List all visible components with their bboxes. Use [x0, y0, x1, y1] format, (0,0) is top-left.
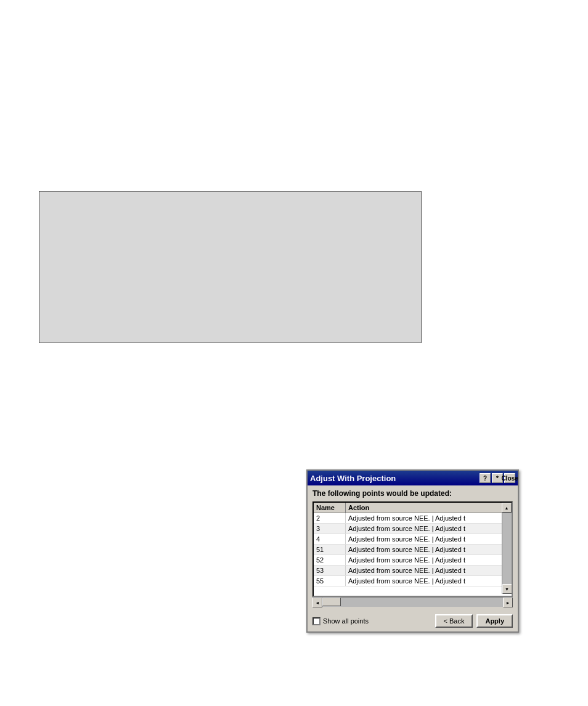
- dialog-subtitle: The following points would be updated:: [312, 489, 513, 498]
- table-header: Name Action ▲: [314, 503, 512, 513]
- dialog-body: The following points would be updated: N…: [308, 485, 518, 611]
- show-all-points-checkbox[interactable]: [312, 617, 321, 625]
- table-row[interactable]: 53Adjusted from source NEE. | Adjusted t: [314, 566, 502, 576]
- table-body: 2Adjusted from source NEE. | Adjusted t3…: [314, 513, 512, 594]
- close-button[interactable]: Close: [504, 473, 515, 483]
- hscroll-left-button[interactable]: ◄: [312, 598, 322, 607]
- back-button[interactable]: < Back: [435, 614, 473, 628]
- table-row[interactable]: 55Adjusted from source NEE. | Adjusted t: [314, 576, 502, 586]
- cell-action: Adjusted from source NEE. | Adjusted t: [346, 534, 502, 544]
- scroll-down-button[interactable]: ▼: [502, 584, 512, 594]
- table-row[interactable]: 4Adjusted from source NEE. | Adjusted t: [314, 534, 502, 545]
- cell-name: 3: [314, 524, 346, 534]
- help-button[interactable]: ?: [480, 473, 491, 483]
- cell-name: 2: [314, 513, 346, 523]
- cell-name: 4: [314, 534, 346, 544]
- cell-action: Adjusted from source NEE. | Adjusted t: [346, 555, 502, 565]
- hscroll-right-button[interactable]: ►: [503, 598, 513, 607]
- adjust-with-projection-dialog: Adjust With Projection ? * Close The fol…: [306, 469, 519, 633]
- table-row[interactable]: 3Adjusted from source NEE. | Adjusted t: [314, 524, 502, 534]
- cell-name: 53: [314, 566, 346, 575]
- scrollbar-track: [502, 513, 512, 584]
- gray-content-area: [39, 191, 422, 343]
- hscroll-track: [322, 598, 503, 607]
- table-rows: 2Adjusted from source NEE. | Adjusted t3…: [314, 513, 502, 594]
- cell-action: Adjusted from source NEE. | Adjusted t: [346, 545, 502, 554]
- table-row[interactable]: 51Adjusted from source NEE. | Adjusted t: [314, 545, 502, 555]
- column-header-name: Name: [314, 503, 346, 513]
- vertical-scrollbar[interactable]: ▼: [502, 513, 512, 594]
- titlebar-buttons: ? * Close: [480, 473, 515, 483]
- hscroll-thumb[interactable]: [322, 598, 341, 606]
- column-header-action: Action: [346, 503, 502, 513]
- dialog-titlebar: Adjust With Projection ? * Close: [308, 471, 518, 485]
- show-all-points-text: Show all points: [323, 617, 369, 625]
- apply-button[interactable]: Apply: [476, 614, 513, 628]
- show-all-points-label[interactable]: Show all points: [312, 617, 369, 625]
- cell-action: Adjusted from source NEE. | Adjusted t: [346, 513, 502, 523]
- dialog-footer: Show all points < Back Apply: [308, 611, 518, 631]
- points-table: Name Action ▲ 2Adjusted from source NEE.…: [312, 501, 513, 597]
- cell-name: 51: [314, 545, 346, 554]
- scroll-up-button[interactable]: ▲: [502, 503, 512, 513]
- dialog-title: Adjust With Projection: [310, 474, 480, 483]
- cell-name: 52: [314, 555, 346, 565]
- cell-name: 55: [314, 576, 346, 586]
- horizontal-scrollbar[interactable]: ◄ ►: [312, 597, 513, 607]
- cell-action: Adjusted from source NEE. | Adjusted t: [346, 524, 502, 534]
- table-row[interactable]: 52Adjusted from source NEE. | Adjusted t: [314, 555, 502, 566]
- cell-action: Adjusted from source NEE. | Adjusted t: [346, 576, 502, 586]
- cell-action: Adjusted from source NEE. | Adjusted t: [346, 566, 502, 575]
- table-row[interactable]: 2Adjusted from source NEE. | Adjusted t: [314, 513, 502, 524]
